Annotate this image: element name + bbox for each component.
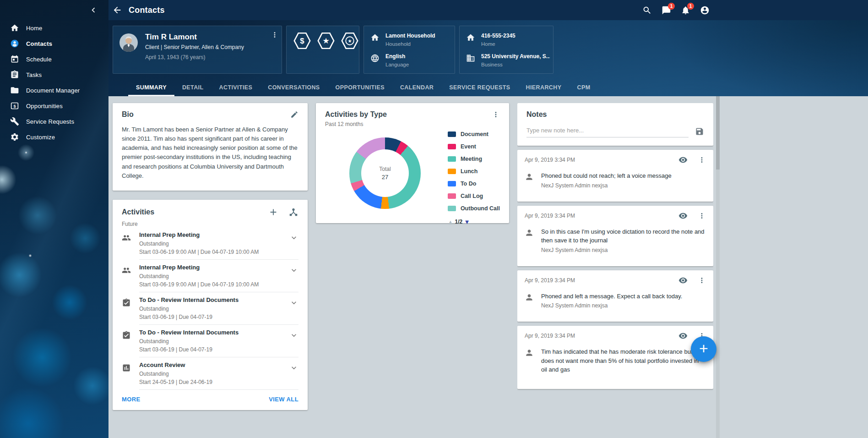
svg-text:★: ★ — [347, 38, 352, 44]
add-fab-button[interactable]: + — [691, 336, 716, 362]
person-icon — [525, 293, 534, 302]
legend-swatch — [448, 206, 456, 211]
household-row[interactable]: Lamont Household Household — [370, 33, 449, 47]
task-check-icon — [122, 298, 131, 307]
note-view-button[interactable] — [678, 155, 688, 164]
sidebar-item-customize[interactable]: Customize — [0, 129, 108, 145]
topbar-actions: 1 1 — [642, 5, 868, 15]
sidebar-item-contacts[interactable]: Contacts — [0, 36, 108, 51]
legend-swatch — [448, 144, 456, 149]
note-menu-button[interactable] — [698, 156, 706, 164]
chat-button[interactable]: 1 — [662, 5, 671, 15]
activity-row[interactable]: To Do - Review Internal Documents Outsta… — [122, 292, 298, 325]
calendar-icon — [10, 55, 19, 64]
sidebar-item-home[interactable]: Home — [0, 20, 108, 36]
add-activity-button[interactable] — [268, 207, 278, 217]
eye-icon — [678, 211, 688, 220]
svg-text:★: ★ — [322, 36, 330, 45]
chevron-down-icon[interactable] — [289, 266, 298, 275]
chevron-down-icon[interactable] — [289, 233, 298, 242]
sidebar-item-document-manager[interactable]: Document Manager — [0, 82, 108, 98]
activities-section-label: Future — [122, 221, 298, 227]
legend-item: Document — [448, 131, 500, 137]
legend-pager: ▲ 1/2 ▼ — [448, 219, 500, 225]
card-dollar-icon — [10, 101, 19, 110]
chevron-down-icon[interactable] — [289, 331, 298, 340]
profile-text: Tim R Lamont Client | Senior Partner, Al… — [145, 33, 244, 73]
chart-menu-button[interactable] — [492, 110, 500, 119]
bio-text: Mr. Tim Lamont has been a Senior Partner… — [122, 125, 298, 181]
activity-row[interactable]: To Do - Review Internal Documents Outsta… — [122, 325, 298, 357]
org-tree-icon — [288, 207, 298, 217]
legend-item: Lunch — [448, 168, 500, 175]
activity-title: Internal Prep Meeting — [139, 264, 289, 271]
sidebar-collapse-button[interactable] — [88, 5, 98, 15]
save-note-button[interactable] — [695, 127, 704, 136]
summary-content: Bio Mr. Tim Lamont has been a Senior Par… — [108, 96, 868, 438]
legend-swatch — [448, 193, 456, 199]
activity-row[interactable]: Internal Prep Meeting Outstanding Start … — [122, 227, 298, 260]
donut-total-value: 27 — [382, 174, 388, 181]
account-icon — [700, 5, 710, 15]
badges-card: $ ★ ★ — [286, 26, 359, 74]
activity-status: Outstanding — [139, 306, 289, 312]
legend-prev-button[interactable]: ▲ — [449, 219, 452, 224]
tab-calendar[interactable]: CALENDAR — [392, 80, 441, 96]
search-button[interactable] — [642, 5, 652, 15]
legend-swatch — [448, 181, 456, 186]
note-view-button[interactable] — [678, 211, 688, 220]
note-author: NexJ System Admin nexjsa — [541, 247, 706, 253]
language-row[interactable]: English Language — [370, 53, 449, 67]
bio-edit-button[interactable] — [290, 110, 298, 119]
phone-row[interactable]: 416-555-2345 Home — [466, 33, 548, 47]
tab-cpm[interactable]: CPM — [569, 80, 598, 96]
tab-conversations[interactable]: CONVERSATIONS — [260, 80, 327, 96]
donut-total-label: Total — [379, 166, 391, 172]
back-button[interactable] — [112, 5, 122, 15]
view-all-button[interactable]: VIEW ALL — [269, 396, 298, 403]
address-row[interactable]: 525 University Avenue, S... Business — [466, 53, 548, 67]
sidebar-item-label: Document Manager — [26, 87, 80, 94]
page-title: Contacts — [129, 5, 165, 15]
avatar — [119, 33, 138, 52]
note-item: Apr 9, 2019 3:34 PM Phoned but could not… — [517, 150, 713, 202]
profile-menu-button[interactable] — [271, 31, 279, 39]
chevron-down-icon[interactable] — [289, 298, 298, 307]
tab-summary[interactable]: SUMMARY — [128, 80, 174, 96]
sidebar-item-service-requests[interactable]: Service Requests — [0, 114, 108, 129]
tab-hierarchy[interactable]: HIERARCHY — [518, 80, 570, 96]
note-view-button[interactable] — [678, 276, 688, 285]
kebab-icon — [271, 31, 279, 39]
activities-card: Activities Future — [113, 200, 308, 410]
kebab-icon — [698, 156, 706, 164]
tab-detail[interactable]: DETAIL — [174, 80, 212, 96]
note-view-button[interactable] — [678, 331, 688, 340]
new-note-input[interactable] — [526, 125, 689, 137]
sidebar-item-opportunities[interactable]: Opportunities — [0, 98, 108, 114]
note-menu-button[interactable] — [698, 212, 706, 220]
note-author: NexJ System Admin nexjsa — [541, 302, 682, 309]
chevron-down-icon[interactable] — [289, 363, 298, 372]
tab-service-requests[interactable]: SERVICE REQUESTS — [441, 80, 518, 96]
more-button[interactable]: MORE — [122, 396, 141, 403]
pencil-icon — [290, 110, 298, 119]
legend-next-button[interactable]: ▼ — [465, 219, 469, 224]
activity-row[interactable]: Internal Prep Meeting Outstanding Start … — [122, 260, 298, 292]
tab-opportunities[interactable]: OPPORTUNITIES — [328, 80, 392, 96]
person-icon — [525, 172, 534, 181]
notifications-button[interactable]: 1 — [681, 5, 690, 15]
notification-badge: 1 — [687, 3, 694, 10]
tab-activities[interactable]: ACTIVITIES — [212, 80, 260, 96]
person-icon — [525, 348, 534, 357]
scrollbar-thumb[interactable] — [716, 96, 720, 170]
sidebar-item-label: Schedule — [26, 56, 52, 63]
note-menu-button[interactable] — [698, 276, 706, 285]
scrollbar[interactable] — [716, 96, 720, 438]
activity-hierarchy-button[interactable] — [288, 207, 298, 217]
account-button[interactable] — [700, 5, 710, 15]
sidebar-item-schedule[interactable]: Schedule — [0, 51, 108, 67]
sidebar-item-tasks[interactable]: Tasks — [0, 67, 108, 82]
group-icon — [122, 233, 131, 242]
activity-dates: Start 03-06-19 9:00 AM | Due 04-07-19 10… — [139, 249, 289, 255]
activity-row[interactable]: Account Review Outstanding Start 24-05-1… — [122, 357, 298, 390]
